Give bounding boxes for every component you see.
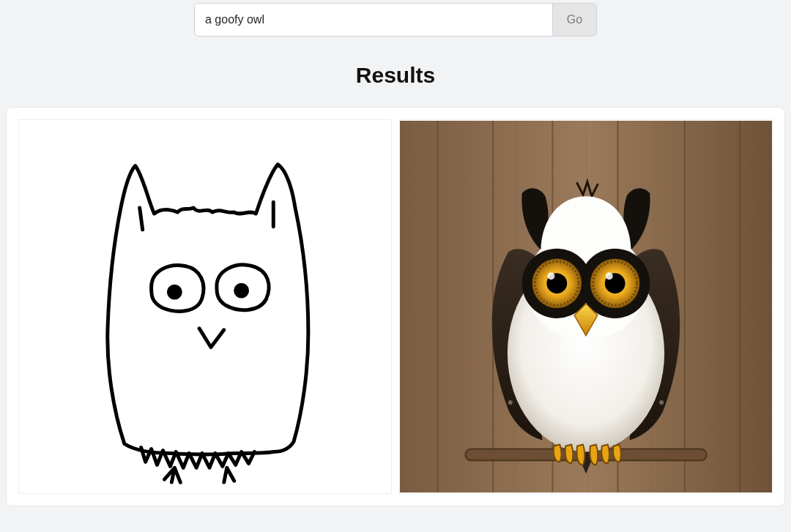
svg-point-23 (659, 400, 664, 405)
sketch-panel (18, 119, 392, 494)
search-bar: Go (0, 3, 791, 37)
svg-point-34 (606, 272, 613, 280)
result-panels (18, 119, 773, 494)
generated-panel (399, 119, 773, 494)
results-card (6, 107, 785, 506)
svg-point-3 (236, 285, 248, 296)
results-heading: Results (0, 63, 791, 88)
svg-point-20 (508, 400, 513, 405)
go-button[interactable]: Go (553, 3, 597, 37)
svg-line-0 (140, 208, 143, 230)
owl-sketch-icon (19, 120, 391, 493)
svg-point-2 (168, 286, 180, 298)
owl-generated-icon (400, 120, 772, 493)
prompt-input[interactable] (194, 3, 553, 37)
svg-point-33 (547, 272, 554, 280)
